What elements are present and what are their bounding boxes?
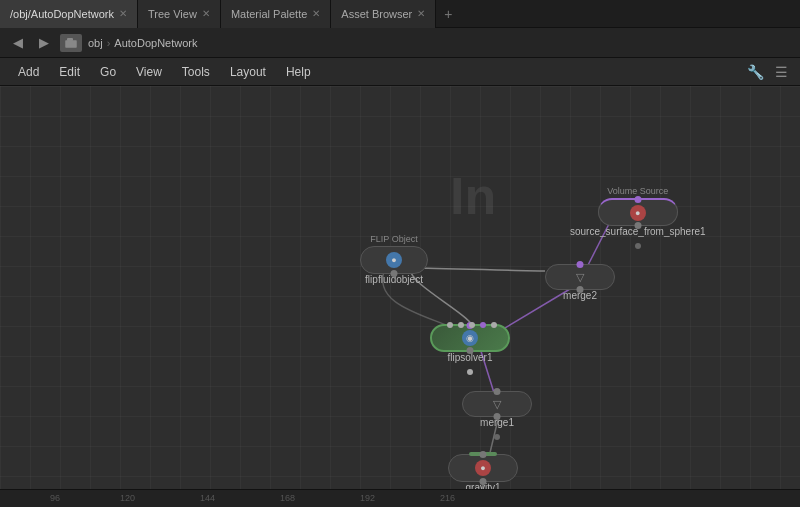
flip-object-type-label: FLIP Object [370,234,417,244]
volume-source-top-connector [634,196,641,203]
gravity-bottom-connector [480,478,487,485]
layout-icon[interactable]: ☰ [770,61,792,83]
ruler-tick-120: 120 [120,493,135,503]
breadcrumb: obj › AutoDopNetwork [88,37,198,49]
tab-materialpalette[interactable]: Material Palette ✕ [221,0,331,28]
nav-forward-button[interactable]: ▶ [34,33,54,53]
menu-edit[interactable]: Edit [49,58,90,86]
gravity-icon: ● [475,460,491,476]
merge2-bottom-connector [577,286,584,293]
flipsolver-flag-1 [467,369,473,375]
wrench-icon[interactable]: 🔧 [744,61,766,83]
breadcrumb-separator: › [107,37,111,49]
flip-object-icon: ● [386,252,402,268]
tab-treeview[interactable]: Tree View ✕ [138,0,221,28]
menu-view[interactable]: View [126,58,172,86]
flipsolver-pill[interactable]: ◉ [430,324,510,352]
merge1-node[interactable]: ▽ merge1 [462,391,532,440]
menu-add[interactable]: Add [8,58,49,86]
tab-treeview-close[interactable]: ✕ [202,8,210,19]
network-canvas[interactable]: In Volume Source ● source_surface_from_s… [0,86,800,507]
breadcrumb-bar: ◀ ▶ obj › AutoDopNetwork [0,28,800,58]
ruler-tick-144: 144 [200,493,215,503]
merge1-flag-1 [494,434,500,440]
tab-autodop[interactable]: /obj/AutoDopNetwork ✕ [0,0,138,28]
tab-bar: /obj/AutoDopNetwork ✕ Tree View ✕ Materi… [0,0,800,28]
menu-help[interactable]: Help [276,58,321,86]
merge1-filter-icon: ▽ [493,398,501,411]
tab-autodop-label: /obj/AutoDopNetwork [10,8,114,20]
volume-source-bottom-connector [634,222,641,229]
nav-back-button[interactable]: ◀ [8,33,28,53]
svg-rect-0 [65,40,77,48]
gravity-top-connector [480,451,487,458]
menu-tools[interactable]: Tools [172,58,220,86]
flipsolver-node[interactable]: ◉ flipsolver1 [430,324,510,375]
breadcrumb-network[interactable]: AutoDopNetwork [114,37,197,49]
merge1-top-connector [494,388,501,395]
connections-svg [0,86,800,507]
flip-object-pill[interactable]: ● [360,246,428,274]
tab-materialpalette-label: Material Palette [231,8,307,20]
breadcrumb-obj[interactable]: obj [88,37,103,49]
ruler-tick-216: 216 [440,493,455,503]
volume-source-node[interactable]: Volume Source ● source_surface_from_sphe… [570,186,706,249]
volume-source-icon: ● [630,205,646,221]
gravity-pill[interactable]: ● [448,454,518,482]
merge1-bottom-connector [494,413,501,420]
tab-autodop-close[interactable]: ✕ [119,8,127,19]
breadcrumb-icon [60,34,82,52]
flipsolver-bottom-connector [467,347,474,354]
volume-source-flags [635,243,641,249]
merge2-top-connector [577,261,584,268]
flip-object-node[interactable]: FLIP Object ● flipfluidobject [360,234,428,287]
tab-materialpalette-close[interactable]: ✕ [312,8,320,19]
svg-rect-1 [67,38,73,41]
menu-icons: 🔧 ☰ [744,61,792,83]
tab-assetbrowser-close[interactable]: ✕ [417,8,425,19]
tab-assetbrowser-label: Asset Browser [341,8,412,20]
merge2-pill[interactable]: ▽ [545,264,615,290]
menu-go[interactable]: Go [90,58,126,86]
flipsolver-flags [467,369,473,375]
merge2-filter-icon: ▽ [576,271,584,284]
ruler-tick-192: 192 [360,493,375,503]
watermark-text: In [450,166,496,226]
tab-assetbrowser[interactable]: Asset Browser ✕ [331,0,436,28]
ruler-tick-168: 168 [280,493,295,503]
tab-add-button[interactable]: + [436,0,460,28]
flip-object-bottom-connector [391,270,398,277]
volume-source-pill[interactable]: ● [598,198,678,226]
merge1-pill[interactable]: ▽ [462,391,532,417]
tab-treeview-label: Tree View [148,8,197,20]
merge2-node[interactable]: ▽ merge2 [545,264,615,303]
volume-source-type-label: Volume Source [607,186,668,196]
menu-bar: Add Edit Go View Tools Layout Help 🔧 ☰ [0,58,800,86]
ruler: 96 120 144 168 192 216 [0,489,800,507]
merge1-flags [494,434,500,440]
menu-layout[interactable]: Layout [220,58,276,86]
flipsolver-icon: ◉ [462,330,478,346]
ruler-tick-96: 96 [50,493,60,503]
flag-dot-1 [635,243,641,249]
